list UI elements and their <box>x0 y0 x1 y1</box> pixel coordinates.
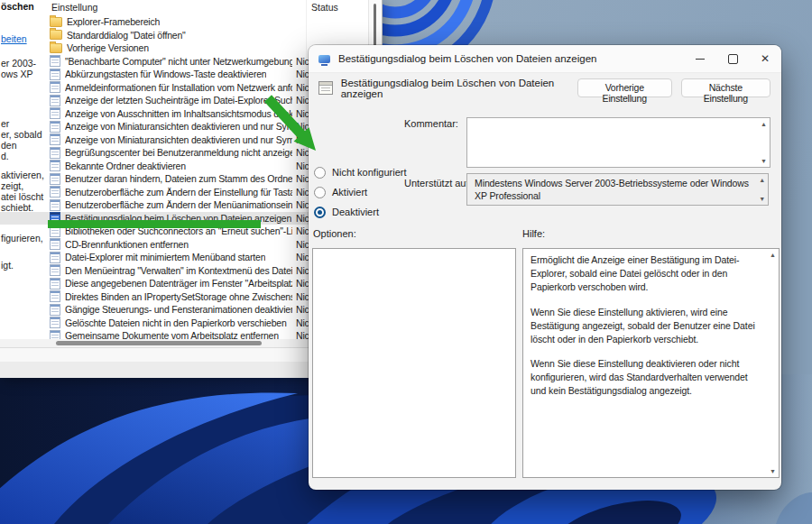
policy-setting-icon <box>318 81 333 95</box>
column-header-einstellung[interactable]: Einstellung <box>51 2 97 13</box>
close-button[interactable]: ✕ <box>749 45 781 72</box>
setting-label: Bibliotheken oder Suchconnectors an "Ern… <box>65 225 292 236</box>
policy-document-icon <box>50 264 60 276</box>
policy-document-icon <box>50 290 60 302</box>
scroll-down-icon[interactable]: ▼ <box>770 468 776 474</box>
left-pane-text-fragment: er, sobald <box>1 129 42 140</box>
left-pane-link-fragment[interactable]: beiten <box>1 33 27 44</box>
setting-label: Datei-Explorer mit minimiertem Menüband … <box>65 252 265 262</box>
radio-circle-icon[interactable] <box>314 187 326 198</box>
help-label: Hilfe: <box>522 228 545 239</box>
column-header-status[interactable]: Status <box>311 2 338 13</box>
left-pane-text-fragment: zeigt, <box>1 180 23 191</box>
maximize-icon <box>728 54 738 64</box>
setting-label: Anzeige von Miniaturansichten deaktivier… <box>65 134 292 145</box>
left-pane-text-fragment: aktivieren, <box>1 170 44 180</box>
next-setting-button[interactable]: Nächste Einstellung <box>681 78 770 97</box>
scroll-down-icon[interactable]: ▼ <box>759 196 765 202</box>
left-pane-text-fragment: figurieren, <box>1 233 43 244</box>
comment-input[interactable]: ▲ ▼ <box>466 117 770 168</box>
policy-document-icon <box>50 330 60 339</box>
radio-label: Deaktiviert <box>332 207 379 217</box>
setting-label: Vorherige Versionen <box>67 42 149 53</box>
list-item[interactable]: Standarddialog "Datei öffnen" <box>0 29 382 42</box>
scroll-up-icon[interactable]: ▲ <box>770 252 776 258</box>
radio-option[interactable]: Aktiviert <box>314 186 367 198</box>
scroll-up-icon[interactable]: ▲ <box>761 121 767 127</box>
policy-document-icon <box>50 81 60 93</box>
minimize-icon <box>696 59 705 60</box>
setting-name: Bestätigungsdialog beim Löschen von Date… <box>341 78 577 99</box>
radio-circle-icon[interactable] <box>314 207 326 218</box>
setting-label: Direktes Binden an IPropertySetStorage o… <box>65 291 292 302</box>
setting-label: Gemeinsame Dokumente vom Arbeitsplatz en… <box>65 330 279 339</box>
horizontal-scrollbar-thumb[interactable] <box>56 341 262 345</box>
setting-label: Begrüßungscenter bei Benutzeranmeldung n… <box>65 147 292 158</box>
policy-document-icon <box>50 107 60 119</box>
left-pane-text-fragment: schiebt. <box>1 202 33 213</box>
setting-label: Benutzeroberfläche zum Ändern der Menüan… <box>65 199 292 210</box>
policy-document-icon <box>50 160 60 171</box>
dialog-title: Bestätigungsdialog beim Löschen von Date… <box>338 53 596 64</box>
radio-option[interactable]: Deaktiviert <box>314 206 379 218</box>
close-icon: ✕ <box>761 53 770 64</box>
policy-document-icon <box>50 238 60 250</box>
options-panel <box>312 248 516 478</box>
supported-on-text: Mindestens Windows Server 2003-Betriebss… <box>475 178 749 201</box>
policy-document-icon <box>50 121 60 133</box>
policy-document-icon <box>50 69 60 80</box>
dialog-header: Bestätigungsdialog beim Löschen von Date… <box>309 73 781 103</box>
setting-label: Gelöschte Dateien nicht in den Papierkor… <box>65 317 287 328</box>
setting-label: Bestätigungsdialog beim Löschen von Date… <box>65 213 291 224</box>
policy-document-icon <box>50 186 60 198</box>
policy-document-icon <box>50 252 60 263</box>
setting-label: Bekannte Ordner deaktivieren <box>65 161 186 171</box>
setting-label: Anzeige von Miniaturansichten deaktivier… <box>65 121 292 132</box>
policy-document-icon <box>50 147 60 159</box>
setting-label: Standarddialog "Datei öffnen" <box>67 30 186 41</box>
left-pane-text-fragment: igt. <box>1 260 14 271</box>
options-label: Optionen: <box>313 228 356 239</box>
setting-label: Benutzeroberfläche zum Ändern der Einste… <box>65 187 292 198</box>
left-pane-text-fragment: atei löscht <box>1 191 43 202</box>
dialog-titlebar[interactable]: Bestätigungsdialog beim Löschen von Date… <box>309 45 781 73</box>
folder-icon <box>50 43 62 53</box>
scroll-up-icon[interactable]: ▲ <box>759 177 765 183</box>
minimize-button[interactable] <box>684 45 716 72</box>
policy-document-icon <box>50 225 60 237</box>
setting-label: "Benachbarte Computer" nicht unter Netzw… <box>65 56 292 67</box>
setting-label: Anzeige von Ausschnitten im Inhaltsansic… <box>65 108 292 119</box>
policy-document-icon <box>50 278 60 290</box>
policy-document-icon <box>50 133 60 145</box>
policy-document-icon <box>50 173 60 185</box>
left-pane-text-fragment: öschen <box>1 1 34 12</box>
folder-icon <box>50 17 62 27</box>
policy-document-icon <box>50 55 60 67</box>
setting-label: Gängige Steuerungs- und Fensteranimation… <box>65 304 292 315</box>
setting-label: Diese angegebenen Datenträger im Fenster… <box>65 278 292 289</box>
setting-label: CD-Brennfunktionen entfernen <box>65 239 189 250</box>
help-panel: Ermöglicht die Anzeige einer Bestätigung… <box>522 248 780 478</box>
policy-document-icon <box>50 95 60 106</box>
setting-label: Benutzer daran hindern, Dateien zum Stam… <box>65 173 292 184</box>
setting-label: Den Menüeintrag "Verwalten" im Kontextme… <box>65 265 292 276</box>
left-pane-text-fragment: d. <box>1 151 9 161</box>
left-pane-text-fragment: er 2003- <box>1 58 36 69</box>
list-column-header: Einstellung Status <box>0 0 382 14</box>
radio-option[interactable]: Nicht konfiguriert <box>314 166 407 179</box>
scroll-down-icon[interactable]: ▼ <box>761 158 767 164</box>
maximize-button[interactable] <box>716 45 749 72</box>
left-pane-text-fragment: den <box>1 140 17 151</box>
left-pane-text-fragment: ows XP <box>1 69 33 79</box>
left-pane-text-fragment: er <box>1 118 9 129</box>
app-icon <box>318 55 330 63</box>
supported-on-value: Mindestens Windows Server 2003-Betriebss… <box>466 173 769 206</box>
policy-document-icon <box>50 199 60 211</box>
previous-setting-button[interactable]: Vorherige Einstellung <box>577 78 672 97</box>
list-item[interactable]: Explorer-Framebereich <box>0 15 382 29</box>
setting-label: Abkürzungstasten für Windows-Taste deakt… <box>65 69 266 79</box>
radio-circle-icon[interactable] <box>314 167 326 179</box>
folder-icon <box>50 30 62 40</box>
dialog-lower-area: Optionen: Hilfe: Ermöglicht die Anzeige … <box>309 226 781 490</box>
setting-label: Anmeldeinformationen für Installation vo… <box>65 82 292 93</box>
